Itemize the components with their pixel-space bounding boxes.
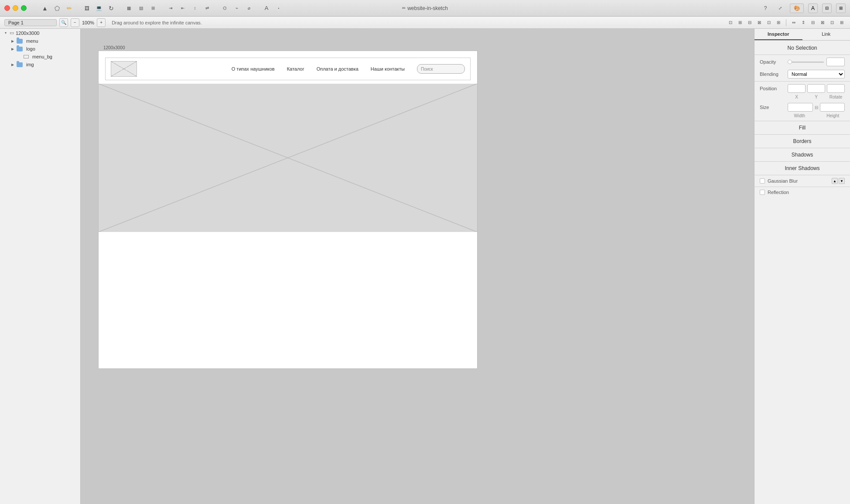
font-icon[interactable]: A bbox=[808, 3, 818, 13]
wireframe-nav-links: О типах наушников Каталог Оплата и доста… bbox=[232, 66, 405, 72]
divider-2 bbox=[754, 81, 850, 82]
align-tr-icon[interactable]: ⊟ bbox=[746, 19, 754, 27]
blur-step-down[interactable]: ▼ bbox=[839, 178, 845, 184]
title-bar: ▲ ⬠ ✏ 🖼 💻 ↻ ▦ ▤ ⊞ ⇥ ⇤ ↕ ⇌ ⌬ ⌁ ⌀ A • bbox=[0, 0, 850, 17]
size-header-row: Size ⊟ bbox=[754, 101, 850, 113]
blur-step-up[interactable]: ▲ bbox=[832, 178, 838, 184]
size-link-icon[interactable]: ⊟ bbox=[815, 105, 818, 110]
y-sublabel: Y bbox=[807, 95, 825, 99]
opacity-slider[interactable] bbox=[788, 61, 824, 63]
dist5-icon[interactable]: ⊞ bbox=[838, 19, 846, 27]
reflection-label: Reflection bbox=[768, 190, 845, 195]
toolbar-icons: ▲ ⬠ ✏ 🖼 💻 ↻ ▦ ▤ ⊞ ⇥ ⇤ ↕ ⇌ ⌬ ⌁ ⌀ A • bbox=[40, 3, 284, 14]
opacity-input[interactable] bbox=[826, 58, 845, 66]
folder-icon-img bbox=[17, 62, 23, 67]
reflection-checkbox[interactable] bbox=[760, 190, 765, 195]
borders-header[interactable]: Borders bbox=[754, 136, 850, 147]
image-icon[interactable]: 🖼 bbox=[82, 3, 92, 14]
layout3-icon[interactable]: ⊞ bbox=[148, 3, 158, 14]
layer-toggle-artboard[interactable]: ▾ bbox=[3, 31, 8, 35]
dist4-icon[interactable]: ⊡ bbox=[828, 19, 836, 27]
grid-icon[interactable]: ⊞ bbox=[836, 3, 846, 13]
triangle-icon[interactable]: ▲ bbox=[40, 3, 50, 14]
align-bl-icon[interactable]: ⊠ bbox=[755, 19, 763, 27]
color-icon[interactable]: 🎨 bbox=[790, 3, 804, 13]
toolbar-right: ⊡ ⊞ ⊟ ⊠ ⊡ ⊞ ⇔ ⇕ ⊟ ⊠ ⊡ ⊞ bbox=[727, 19, 846, 27]
search-button[interactable]: 🔍 bbox=[59, 18, 68, 27]
dist3-icon[interactable]: ⊠ bbox=[819, 19, 826, 27]
secondary-toolbar: Page 1 🔍 − 100% + Drag around to explore… bbox=[0, 17, 850, 29]
page-selector[interactable]: Page 1 bbox=[4, 19, 57, 26]
close-button[interactable] bbox=[4, 5, 10, 11]
fill-header[interactable]: Fill bbox=[754, 122, 850, 133]
align-icon[interactable]: ⇥ bbox=[165, 3, 176, 14]
layer-item-img[interactable]: ▶ img bbox=[7, 61, 80, 68]
layer-item-menu-bg[interactable]: ▶ menu_bg bbox=[14, 53, 80, 61]
layer-toggle-img[interactable]: ▶ bbox=[10, 62, 15, 67]
layer-item-menu[interactable]: ▶ menu bbox=[7, 37, 80, 45]
dist-h-icon[interactable]: ⇔ bbox=[790, 19, 798, 27]
path1-icon[interactable]: ⌬ bbox=[219, 3, 230, 14]
align-tl-icon[interactable]: ⊡ bbox=[727, 19, 734, 27]
position-sub-labels: X Y Rotate bbox=[788, 95, 845, 99]
layer-label-menu-bg: menu_bg bbox=[32, 54, 52, 59]
layer-item-artboard[interactable]: ▾ ▭ 1200x3000 bbox=[0, 29, 80, 37]
layout1-icon[interactable]: ▦ bbox=[123, 3, 134, 14]
rect-icon-menu-bg bbox=[24, 55, 29, 58]
fill-label: Fill bbox=[799, 125, 806, 131]
toolbar-group-text: A • bbox=[261, 3, 284, 14]
blending-select[interactable]: Normal bbox=[788, 70, 845, 78]
search-placeholder: Поиск bbox=[421, 67, 433, 72]
flip-icon[interactable]: ↕ bbox=[190, 3, 200, 14]
pentagon-icon[interactable]: ⬠ bbox=[52, 3, 62, 14]
help-icon[interactable]: ? bbox=[760, 3, 771, 14]
width-input[interactable] bbox=[788, 103, 813, 112]
inner-shadows-header[interactable]: Inner Shadows bbox=[754, 163, 850, 174]
distribute-icon[interactable]: ⇤ bbox=[178, 3, 188, 14]
rotate-sublabel: Rotate bbox=[827, 95, 845, 99]
text-icon[interactable]: A bbox=[261, 3, 272, 14]
wireframe-image-placeholder bbox=[99, 84, 477, 232]
layer-toggle-logo[interactable]: ▶ bbox=[10, 47, 15, 51]
canvas-area[interactable]: 1200x3000 О типах наушников Каталог Опла… bbox=[81, 29, 754, 504]
refresh-icon[interactable]: ↻ bbox=[106, 3, 116, 14]
x-input[interactable] bbox=[788, 84, 806, 93]
size-sub-labels: Width Height bbox=[788, 113, 845, 118]
mirror-icon[interactable]: ⇌ bbox=[202, 3, 212, 14]
y-group bbox=[807, 84, 825, 93]
maximize-button[interactable] bbox=[21, 5, 27, 11]
align-bc-icon[interactable]: ⊡ bbox=[765, 19, 773, 27]
layer-item-logo[interactable]: ▶ logo bbox=[7, 45, 80, 53]
minimize-button[interactable] bbox=[13, 5, 18, 11]
size-label: Size bbox=[760, 105, 785, 110]
gaussian-blur-checkbox[interactable] bbox=[760, 178, 765, 184]
tab-link[interactable]: Link bbox=[802, 29, 850, 40]
zoom-minus-button[interactable]: − bbox=[71, 18, 79, 27]
layer-toggle-menu[interactable]: ▶ bbox=[10, 39, 15, 43]
divider bbox=[786, 19, 786, 26]
toolbar-group-align: ⇥ ⇤ ↕ ⇌ bbox=[165, 3, 212, 14]
rotate-input[interactable] bbox=[827, 84, 845, 93]
height-input[interactable] bbox=[820, 103, 845, 112]
pencil-icon[interactable]: ✏ bbox=[64, 3, 75, 14]
dist2-icon[interactable]: ⊟ bbox=[809, 19, 817, 27]
view-toggle-icon[interactable]: ⊟ bbox=[822, 3, 832, 13]
zoom-plus-button[interactable]: + bbox=[97, 18, 106, 27]
path3-icon[interactable]: ⌀ bbox=[244, 3, 254, 14]
gaussian-blur-label: Gaussian Blur bbox=[768, 178, 829, 184]
expand-icon[interactable]: ⤢ bbox=[775, 3, 785, 14]
align-tc-icon[interactable]: ⊞ bbox=[736, 19, 744, 27]
gaussian-blur-row: Gaussian Blur ▲ ▼ bbox=[754, 176, 850, 186]
x-group bbox=[788, 84, 806, 93]
shadows-header[interactable]: Shadows bbox=[754, 149, 850, 160]
monitor-icon[interactable]: 💻 bbox=[94, 3, 104, 14]
tab-inspector[interactable]: Inspector bbox=[754, 29, 802, 40]
dot-icon[interactable]: • bbox=[273, 3, 284, 14]
dist-v-icon[interactable]: ⇕ bbox=[799, 19, 807, 27]
position-labels-row: X Y Rotate bbox=[754, 95, 850, 101]
path2-icon[interactable]: ⌁ bbox=[232, 3, 242, 14]
y-input[interactable] bbox=[807, 84, 825, 93]
align-br-icon[interactable]: ⊞ bbox=[775, 19, 782, 27]
title-bar-right: ? ⤢ 🎨 A ⊟ ⊞ bbox=[760, 3, 846, 14]
layout2-icon[interactable]: ▤ bbox=[136, 3, 146, 14]
